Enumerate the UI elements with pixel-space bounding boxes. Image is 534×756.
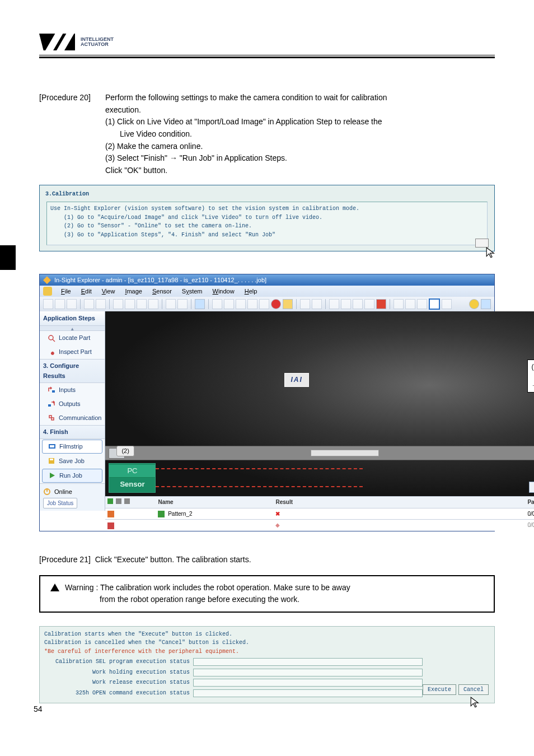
svg-point-0	[49, 335, 53, 340]
tb-copy-icon[interactable]	[125, 299, 135, 309]
svg-rect-5	[50, 445, 54, 447]
menu-edit[interactable]: Edit	[77, 287, 96, 296]
status-label-1: Calibration SEL program execution status	[44, 657, 193, 666]
sidebar-item-inspect[interactable]: Inspect Part	[40, 345, 105, 359]
sidebar-item-inputs[interactable]: Inputs	[40, 383, 105, 397]
freeze-button[interactable]: Freeze	[529, 482, 534, 493]
status-field-3	[193, 679, 423, 687]
device-sensor: Sensor	[109, 478, 155, 491]
warning-line2: from the robot operation range before ex…	[65, 594, 350, 606]
results-header: Name Result Pass Fail	[105, 496, 534, 508]
tb-selected-icon[interactable]	[429, 298, 440, 310]
status-field-1	[193, 658, 423, 666]
app-steps-sidebar: Application Steps ▲ Locate Part Inspect …	[40, 311, 105, 511]
tb-tool5-icon[interactable]	[442, 299, 452, 309]
save-icon	[48, 457, 55, 465]
status-label-3: Work release execution status	[44, 678, 193, 687]
menu-sensor[interactable]: Sensor	[148, 287, 176, 296]
tb-new-icon[interactable]	[43, 299, 53, 309]
tb-fit-icon[interactable]	[364, 299, 374, 309]
sidebar-heading: Application Steps	[40, 311, 105, 326]
panel1-small-button[interactable]	[475, 239, 489, 248]
tb-prev-icon[interactable]	[224, 299, 234, 309]
proc20-lead2: execution.	[105, 104, 495, 116]
tb-lock-icon[interactable]	[283, 299, 293, 309]
device-pc: PC	[109, 465, 155, 478]
tb-record-icon[interactable]	[271, 299, 281, 309]
sidebar-item-comm[interactable]: Communication	[40, 411, 105, 425]
sidebar-section-4: 4. Finish	[40, 425, 105, 439]
tb-play-icon[interactable]	[236, 299, 246, 309]
menu-view[interactable]: View	[97, 287, 120, 296]
menu-help[interactable]: Help	[240, 287, 262, 296]
sidebar-item-savejob: Save Job	[40, 454, 105, 468]
svg-rect-7	[50, 459, 53, 460]
tb-end-icon[interactable]	[481, 299, 491, 309]
proc20-item3: (3) Select "Finish" → "Run Job" in Appli…	[105, 152, 495, 165]
device-box: PC Sensor	[109, 463, 156, 493]
procedure-20-label: [Procedure 20]	[39, 92, 101, 177]
panel1-l2: (1) Go to "Acquire/Load Image" and click…	[50, 213, 484, 222]
tb-last-icon[interactable]	[259, 299, 269, 309]
marker-2: (2)	[116, 446, 134, 456]
proc20-item1a: (1) Click on Live Video at "Import/Load …	[105, 116, 495, 128]
tb-circle2-icon[interactable]	[312, 299, 322, 309]
tb-save-icon[interactable]	[67, 299, 77, 309]
sidebar-item-filmstrip[interactable]: Filmstrip	[42, 440, 102, 454]
proc21-text: Click "Execute" button. The calibration …	[95, 555, 251, 564]
cancel-button[interactable]: Cancel	[458, 684, 489, 696]
sidebar-item-locate[interactable]: Locate Part	[40, 331, 105, 345]
tb-tool3-icon[interactable]	[417, 299, 427, 309]
window-title: In-Sight Explorer - admin - [is_ez110_11…	[54, 276, 266, 285]
execute-button[interactable]: Execute	[423, 684, 456, 696]
sidebar-item-outputs[interactable]: Outputs	[40, 397, 105, 411]
tb-first-icon[interactable]	[212, 299, 222, 309]
tb-power-icon[interactable]	[469, 299, 479, 309]
tb-delete-icon[interactable]	[148, 299, 158, 309]
panel1-l1: Use In-Sight Explorer (vision system sof…	[50, 204, 484, 213]
insight-explorer-window: In-Sight Explorer - admin - [is_ez110_11…	[39, 274, 495, 531]
panel2-l1: Calibration starts when the "Execute" bu…	[44, 630, 490, 639]
tb-zoomin-icon[interactable]	[329, 299, 339, 309]
link-icon	[116, 498, 121, 504]
tb-undo-icon[interactable]	[166, 299, 176, 309]
home-icon[interactable]	[43, 287, 52, 296]
menu-file[interactable]: FFileile	[57, 287, 76, 296]
tb-circle1-icon[interactable]	[300, 299, 310, 309]
tb-tool2-icon[interactable]	[405, 299, 415, 309]
page-number: 54	[34, 704, 43, 713]
tb-print-icon[interactable]	[84, 299, 94, 309]
tb-zoom-icon[interactable]	[353, 299, 363, 309]
warning-icon	[50, 584, 59, 591]
table-row[interactable]: Pattern_2 ✖ 0/0 0/0	[105, 508, 534, 520]
tb-tool1-icon[interactable]	[394, 299, 404, 309]
job-status-button[interactable]: Job Status	[43, 498, 77, 509]
menu-window[interactable]: Window	[208, 287, 239, 296]
tb-cut-icon[interactable]	[113, 299, 123, 309]
play-icon	[48, 472, 56, 479]
scroll-up-icon[interactable]: ▲	[40, 326, 105, 331]
proc20-lead: Perform the following settings to make t…	[105, 92, 495, 104]
sidebar-online-toggle[interactable]: Online	[43, 486, 101, 498]
tb-preview-icon[interactable]	[96, 299, 106, 309]
tb-redo-icon[interactable]	[177, 299, 188, 309]
panel1-l3: (2) Go to "Sensor" - "Online" to set the…	[50, 222, 484, 231]
tb-paste-icon[interactable]	[137, 299, 147, 309]
table-row[interactable]: ◆ 0/0 0/0	[105, 519, 534, 531]
tb-zoomout-icon[interactable]	[341, 299, 351, 309]
tb-redsq-icon[interactable]	[376, 299, 386, 309]
menu-system[interactable]: System	[177, 287, 207, 296]
iai-label: IAI	[284, 373, 308, 387]
procedure-21-label: [Procedure 21]	[39, 555, 91, 564]
header-rule	[39, 55, 495, 58]
proc20-item1b: Live Video condition.	[105, 128, 495, 141]
wrench-icon	[48, 348, 55, 356]
magnifier-icon	[48, 334, 55, 342]
menu-image[interactable]: Image	[120, 287, 147, 296]
tb-blue-icon[interactable]	[195, 299, 205, 309]
outputs-icon	[48, 400, 55, 408]
app-icon	[43, 276, 51, 284]
sidebar-item-runjob[interactable]: Run Job	[42, 469, 102, 483]
tb-next-icon[interactable]	[247, 299, 257, 309]
tb-open-icon[interactable]	[55, 299, 65, 309]
